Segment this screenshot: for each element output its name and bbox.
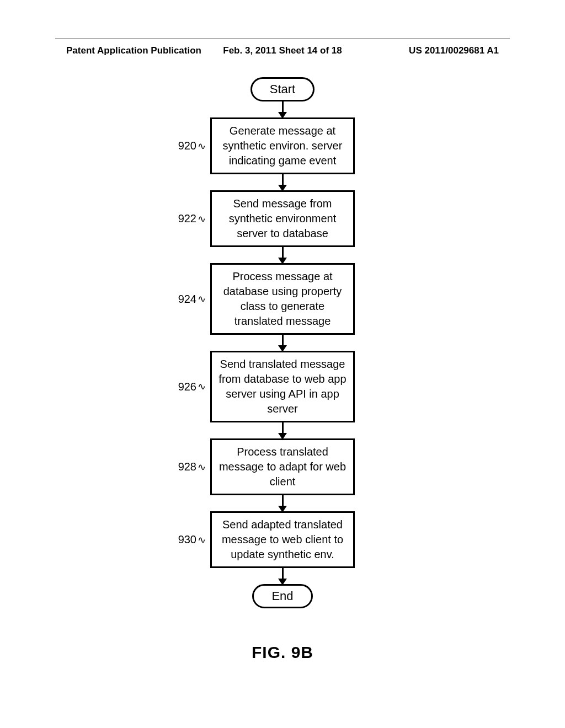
header-right: US 2011/0029681 A1 bbox=[409, 45, 499, 56]
step-924: 924∿ Process message at database using p… bbox=[210, 263, 355, 335]
end-label: End bbox=[271, 589, 293, 603]
arrow bbox=[278, 173, 287, 191]
step-label-922: 922∿ bbox=[178, 212, 206, 225]
page-header: Patent Application Publication Feb. 3, 2… bbox=[0, 45, 565, 56]
step-label-920: 920∿ bbox=[178, 140, 206, 152]
step-930: 930∿ Send adapted translated message to … bbox=[210, 511, 355, 568]
step-label-924: 924∿ bbox=[178, 293, 206, 306]
step-920: 920∿ Generate message at synthetic envir… bbox=[210, 117, 355, 174]
arrow bbox=[278, 100, 287, 119]
arrow bbox=[278, 567, 287, 585]
process-box-920: Generate message at synthetic environ. s… bbox=[210, 117, 355, 174]
header-left: Patent Application Publication bbox=[66, 45, 201, 56]
process-box-926: Send translated message from database to… bbox=[210, 351, 355, 422]
step-928: 928∿ Process translated message to adapt… bbox=[210, 438, 355, 495]
header-center: Feb. 3, 2011 Sheet 14 of 18 bbox=[223, 45, 342, 56]
flowchart: Start 920∿ Generate message at synthetic… bbox=[210, 77, 355, 608]
arrow bbox=[278, 421, 287, 440]
process-box-928: Process translated message to adapt for … bbox=[210, 438, 355, 495]
end-terminal: End bbox=[252, 584, 312, 608]
process-box-930: Send adapted translated message to web c… bbox=[210, 511, 355, 568]
step-label-928: 928∿ bbox=[178, 461, 206, 473]
step-label-926: 926∿ bbox=[178, 381, 206, 393]
process-box-924: Process message at database using proper… bbox=[210, 263, 355, 335]
start-terminal: Start bbox=[250, 77, 315, 101]
arrow bbox=[278, 334, 287, 352]
arrow bbox=[278, 246, 287, 264]
step-926: 926∿ Send translated message from databa… bbox=[210, 351, 355, 422]
header-divider bbox=[55, 39, 510, 39]
step-922: 922∿ Send message from synthetic environ… bbox=[210, 190, 355, 247]
process-box-922: Send message from synthetic environment … bbox=[210, 190, 355, 247]
arrow bbox=[278, 494, 287, 512]
step-label-930: 930∿ bbox=[178, 533, 206, 546]
figure-label: FIG. 9B bbox=[252, 643, 313, 662]
start-label: Start bbox=[270, 82, 295, 96]
